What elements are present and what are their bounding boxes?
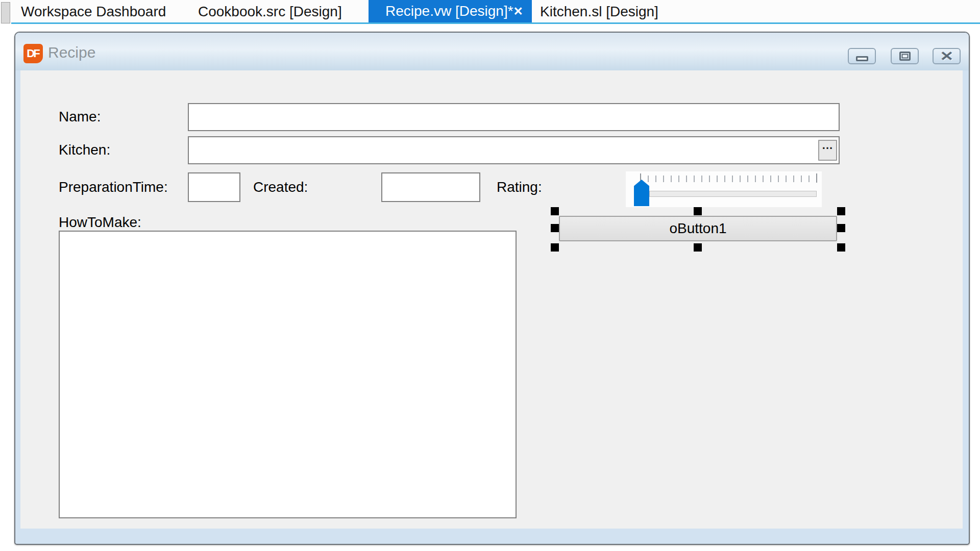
slider-tick [786, 176, 787, 182]
form-client-area: Name: Kitchen: ... PreparationTime: Crea… [20, 70, 963, 529]
tab-cookbook-src[interactable]: Cookbook.src [Design] [198, 0, 342, 22]
selection-handle-top-right[interactable] [837, 207, 845, 215]
slider-tick [763, 176, 764, 182]
selection-handle-bottom-left[interactable] [551, 243, 559, 252]
slider-tick [740, 176, 741, 182]
maximize-button[interactable] [891, 48, 919, 64]
close-button[interactable]: ✕ [933, 48, 961, 64]
rating-label: Rating: [497, 172, 542, 202]
name-label: Name: [59, 103, 101, 131]
rating-slider-track[interactable] [649, 191, 817, 197]
tab-kitchen-sl[interactable]: Kitchen.sl [Design] [540, 0, 658, 22]
slider-tick [755, 176, 756, 182]
window-titlebar[interactable]: DF Recipe ✕ [15, 33, 969, 70]
slider-tick [671, 176, 672, 182]
slider-tick [701, 176, 702, 182]
obutton1[interactable]: oButton1 [559, 216, 837, 241]
slider-tick [747, 176, 748, 182]
slider-tick [648, 176, 649, 182]
slider-tick [816, 173, 817, 183]
name-input[interactable] [188, 103, 840, 131]
slider-tick [655, 176, 656, 182]
tab-strip-edge [1, 2, 10, 23]
close-icon: ✕ [940, 49, 953, 63]
selection-handle-top-left[interactable] [551, 207, 559, 215]
kitchen-label: Kitchen: [59, 136, 110, 164]
preparation-time-label: PreparationTime: [59, 172, 168, 202]
obutton1-label: oButton1 [669, 220, 726, 237]
tab-bar-underline [11, 22, 980, 24]
preparation-time-input[interactable] [188, 172, 240, 202]
slider-tick [793, 176, 794, 182]
slider-tick [686, 176, 687, 182]
selection-handle-bottom-right[interactable] [837, 243, 845, 252]
dataflex-icon: DF [23, 44, 43, 63]
selection-handle-top-center[interactable] [694, 207, 702, 215]
tab-recipe-vw-label: Recipe.vw [Design]* [385, 0, 513, 22]
minimize-button[interactable] [848, 48, 876, 64]
created-label: Created: [253, 172, 308, 202]
rating-slider-thumb[interactable] [634, 180, 649, 206]
kitchen-input[interactable] [188, 136, 840, 164]
selection-handle-mid-left[interactable] [551, 224, 559, 232]
slider-tick [717, 176, 718, 182]
how-to-make-textarea[interactable] [59, 231, 517, 518]
window-title: Recipe [48, 33, 95, 70]
slider-tick [770, 176, 771, 182]
slider-tick [732, 176, 733, 182]
rating-slider[interactable] [626, 171, 822, 207]
kitchen-browse-button[interactable]: ... [818, 140, 837, 161]
slider-tick [724, 176, 725, 182]
slider-tick [694, 176, 695, 182]
how-to-make-label: HowToMake: [59, 214, 141, 231]
document-tab-bar: Workspace Dashboard Cookbook.src [Design… [0, 0, 980, 24]
tab-recipe-vw[interactable]: Recipe.vw [Design]* ✕ [369, 0, 532, 22]
slider-tick [801, 176, 802, 182]
tab-workspace-dashboard[interactable]: Workspace Dashboard [21, 0, 166, 22]
slider-tick [678, 176, 679, 182]
selection-handle-bottom-center[interactable] [694, 243, 702, 252]
slider-tick [709, 176, 710, 182]
created-input[interactable] [381, 172, 480, 202]
slider-tick [808, 176, 810, 182]
ide-screen: Workspace Dashboard Cookbook.src [Design… [0, 0, 980, 551]
tab-close-icon[interactable]: ✕ [513, 0, 523, 22]
slider-tick [778, 176, 779, 182]
selection-handle-mid-right[interactable] [837, 224, 845, 232]
slider-tick [663, 176, 664, 182]
maximize-icon [899, 52, 911, 61]
recipe-designer-window: DF Recipe ✕ Name: Kitchen: ... Preparati… [14, 32, 970, 545]
minimize-icon [856, 56, 868, 61]
